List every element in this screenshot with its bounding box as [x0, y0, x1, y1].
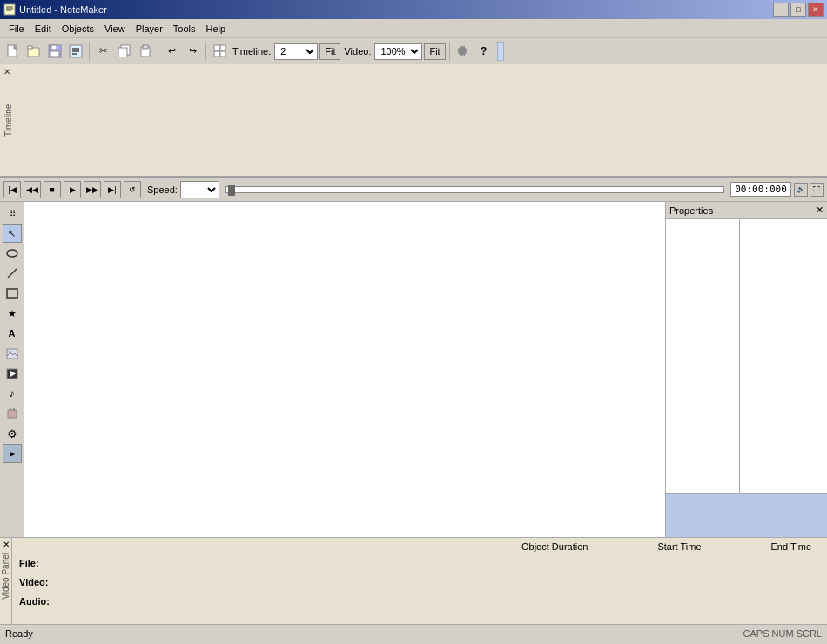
- timeline-area: ✕ Timeline: [0, 64, 827, 178]
- menu-edit[interactable]: Edit: [30, 22, 57, 36]
- close-button[interactable]: ✕: [808, 3, 824, 17]
- image-tool[interactable]: [3, 344, 22, 363]
- movie-tool[interactable]: [3, 364, 22, 383]
- play-back-button[interactable]: ◀◀: [24, 181, 41, 198]
- svg-point-24: [7, 250, 17, 257]
- video-panel-side: ✕ Video Panel: [0, 538, 12, 624]
- video-panel-label: Video Panel: [1, 553, 10, 600]
- toolbar-sep4: [449, 42, 450, 61]
- volume-button[interactable]: 🔊: [794, 183, 808, 197]
- new-button[interactable]: [3, 42, 23, 61]
- title-bar-controls: ─ □ ✕: [773, 3, 824, 17]
- svg-line-25: [8, 269, 17, 278]
- vp-audio-label: Audio:: [19, 596, 58, 607]
- video-panel-content: Object Duration Start Time End Time File…: [12, 538, 827, 624]
- menu-player[interactable]: Player: [131, 22, 168, 36]
- line-tool[interactable]: [3, 264, 22, 283]
- redo-button[interactable]: ↪: [183, 42, 202, 61]
- timeline-fit-button[interactable]: Fit: [319, 43, 340, 60]
- grid-button[interactable]: [210, 42, 229, 61]
- properties-button[interactable]: [66, 42, 85, 61]
- tools-panel: ⠿ ↖ ★ A ♪ ⚙ ▶: [0, 202, 24, 537]
- audio-tool[interactable]: ♪: [3, 384, 22, 403]
- main-area: ⠿ ↖ ★ A ♪ ⚙ ▶ Properties ✕: [0, 202, 827, 537]
- status-text: Ready: [5, 628, 33, 639]
- video-zoom-select[interactable]: 100% 75% 50%: [374, 43, 422, 60]
- open-button[interactable]: [24, 42, 44, 61]
- properties-right-pane: [740, 219, 827, 493]
- minimize-button[interactable]: ─: [773, 3, 789, 17]
- transport-bar: |◀ ◀◀ ■ ▶ ▶▶ ▶| ↺ Speed: 0.5x 1x 2x 00:0…: [0, 178, 827, 202]
- col-start-time: Start Time: [657, 541, 701, 552]
- maximize-button[interactable]: □: [790, 3, 806, 17]
- vp-header-row: Object Duration Start Time End Time: [19, 541, 820, 552]
- text-tool[interactable]: A: [3, 324, 22, 343]
- save-button[interactable]: [45, 42, 64, 61]
- window-title: Untitled - NoteMaker: [19, 4, 107, 15]
- menu-bar: File Edit Objects View Player Tools Help: [0, 19, 827, 38]
- time-display: 00:00:000: [730, 182, 791, 197]
- progress-track[interactable]: [225, 186, 724, 193]
- svg-rect-16: [118, 48, 127, 57]
- toolbar-sep3: [205, 42, 206, 61]
- plugin-tool[interactable]: [3, 404, 22, 423]
- play-fast-button[interactable]: ▶▶: [84, 181, 101, 198]
- col-end-time: End Time: [771, 541, 811, 552]
- menu-view[interactable]: View: [99, 22, 131, 36]
- svg-rect-7: [28, 46, 32, 49]
- menu-file[interactable]: File: [3, 22, 30, 36]
- help-button[interactable]: ?: [474, 42, 494, 61]
- fullscreen-button[interactable]: ⛶: [810, 183, 824, 197]
- rect-tool[interactable]: [3, 284, 22, 303]
- status-indicators: CAPS NUM SCRL: [743, 628, 822, 639]
- video-panel-close-button[interactable]: ✕: [3, 540, 10, 549]
- menu-tools[interactable]: Tools: [168, 22, 201, 36]
- status-bar: Ready CAPS NUM SCRL: [0, 624, 827, 641]
- properties-title: Properties: [669, 205, 713, 216]
- svg-rect-10: [50, 51, 59, 57]
- stop-button[interactable]: ■: [44, 181, 61, 198]
- menu-help[interactable]: Help: [201, 22, 232, 36]
- cut-button[interactable]: ✂: [93, 42, 112, 61]
- app-icon: [3, 3, 16, 16]
- timeline-label: Timeline: [2, 64, 14, 176]
- arrow-tool[interactable]: ↖: [3, 224, 22, 243]
- goto-end-button[interactable]: ▶|: [104, 181, 121, 198]
- timeline-label: Timeline:: [232, 46, 271, 57]
- properties-close-button[interactable]: ✕: [816, 205, 824, 216]
- copy-button[interactable]: [114, 42, 133, 61]
- speed-select[interactable]: 0.5x 1x 2x: [180, 181, 219, 198]
- vp-video-row: Video:: [19, 573, 820, 592]
- play-button[interactable]: ▶: [64, 181, 81, 198]
- settings-button[interactable]: [454, 42, 473, 61]
- playtab-tool[interactable]: ▶: [3, 444, 22, 463]
- svg-rect-22: [220, 51, 225, 57]
- properties-panel: Properties ✕: [666, 202, 827, 537]
- paste-button[interactable]: [135, 42, 154, 61]
- video-fit-button[interactable]: Fit: [424, 43, 445, 60]
- toolbar-sep1: [89, 42, 90, 61]
- svg-rect-31: [8, 410, 17, 418]
- svg-rect-18: [143, 45, 148, 49]
- star-tool[interactable]: ★: [3, 304, 22, 323]
- timeline-select[interactable]: 2 4 8: [274, 43, 318, 60]
- properties-left-pane: [666, 219, 740, 493]
- undo-button[interactable]: ↩: [162, 42, 181, 61]
- dots-tool[interactable]: ⠿: [3, 204, 22, 223]
- ellipse-tool[interactable]: [3, 244, 22, 263]
- canvas-area[interactable]: [24, 202, 666, 537]
- svg-rect-19: [214, 45, 219, 50]
- col-object-duration: Object Duration: [521, 541, 588, 552]
- svg-rect-21: [214, 51, 219, 57]
- video-label: Video:: [344, 46, 371, 57]
- title-bar-left: Untitled - NoteMaker: [3, 3, 107, 16]
- loop-button[interactable]: ↺: [124, 181, 141, 198]
- menu-objects[interactable]: Objects: [57, 22, 99, 36]
- vp-audio-row: Audio:: [19, 592, 820, 611]
- goto-start-button[interactable]: |◀: [3, 181, 21, 198]
- properties-lower: [666, 493, 827, 537]
- svg-rect-26: [7, 289, 17, 298]
- vp-columns-header: Object Duration Start Time End Time: [58, 541, 820, 552]
- gear-tool[interactable]: ⚙: [3, 424, 22, 443]
- svg-rect-0: [4, 4, 15, 15]
